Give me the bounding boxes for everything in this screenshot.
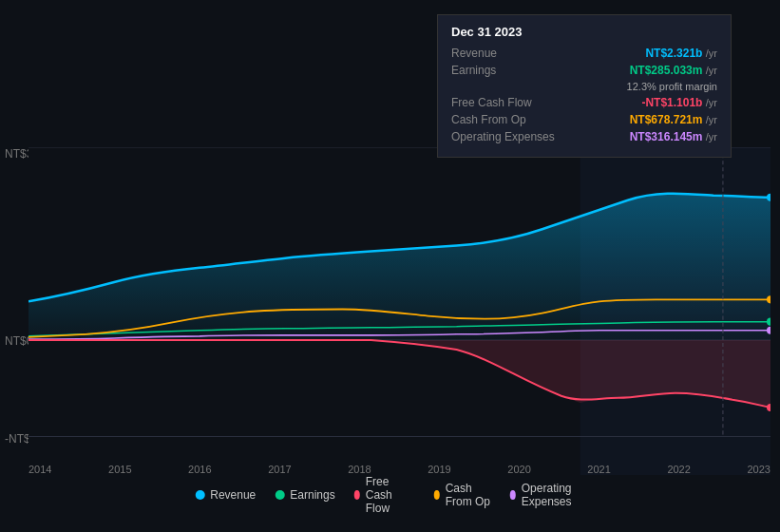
chart-svg [29,147,770,475]
x-label-2018: 2018 [348,464,371,475]
cashfromop-legend-label: Cash From Op [446,482,491,508]
opex-value: NT$316.145m /yr [630,130,717,143]
revenue-dot [195,490,204,500]
revenue-value: NT$2.321b /yr [645,47,717,60]
cashfromop-label: Cash From Op [451,113,526,126]
opex-dot [510,490,516,500]
tooltip-row-fcf: Free Cash Flow -NT$1.101b /yr [451,96,717,109]
legend-opex[interactable]: Operating Expenses [510,482,585,508]
opex-label: Operating Expenses [451,130,555,143]
tooltip-row-earnings: Earnings NT$285.033m /yr [451,64,717,77]
x-label-2015: 2015 [108,464,131,475]
legend-fcf[interactable]: Free Cash Flow [354,475,415,515]
tooltip-row-cashfromop: Cash From Op NT$678.721m /yr [451,113,717,126]
revenue-label: Revenue [451,47,497,60]
x-label-2014: 2014 [29,464,51,475]
x-label-2023: 2023 [747,464,770,475]
earnings-dot [275,490,284,500]
x-labels: 2014 2015 2016 2017 2018 2019 2020 2021 … [29,464,770,475]
x-label-2020: 2020 [507,464,530,475]
tooltip-title: Dec 31 2023 [451,25,717,39]
x-label-2019: 2019 [428,464,450,475]
earnings-label: Earnings [451,64,496,77]
tooltip-row-revenue: Revenue NT$2.321b /yr [451,47,717,60]
fcf-label: Free Cash Flow [451,96,532,109]
tooltip: Dec 31 2023 Revenue NT$2.321b /yr Earnin… [437,14,732,158]
legend-cashfromop[interactable]: Cash From Op [434,482,491,508]
x-label-2017: 2017 [268,464,291,475]
x-label-2022: 2022 [667,464,690,475]
earnings-value: NT$285.033m /yr [630,64,717,77]
x-label-2016: 2016 [188,464,211,475]
x-label-2021: 2021 [587,464,610,475]
opex-legend-label: Operating Expenses [522,482,585,508]
chart-area [29,147,770,475]
chart-container: Dec 31 2023 Revenue NT$2.321b /yr Earnin… [0,0,780,532]
revenue-legend-label: Revenue [210,488,256,502]
earnings-legend-label: Earnings [290,488,334,502]
cashfromop-dot [434,490,440,500]
fcf-value: -NT$1.101b /yr [641,96,717,109]
legend: Revenue Earnings Free Cash Flow Cash Fro… [195,475,585,515]
cashfromop-value: NT$678.721m /yr [630,113,717,126]
tooltip-row-opex: Operating Expenses NT$316.145m /yr [451,130,717,143]
profit-margin-row: 12.3% profit margin [451,81,717,92]
fcf-dot [354,490,360,500]
fcf-legend-label: Free Cash Flow [366,475,415,515]
legend-earnings[interactable]: Earnings [275,488,334,502]
legend-revenue[interactable]: Revenue [195,488,256,502]
